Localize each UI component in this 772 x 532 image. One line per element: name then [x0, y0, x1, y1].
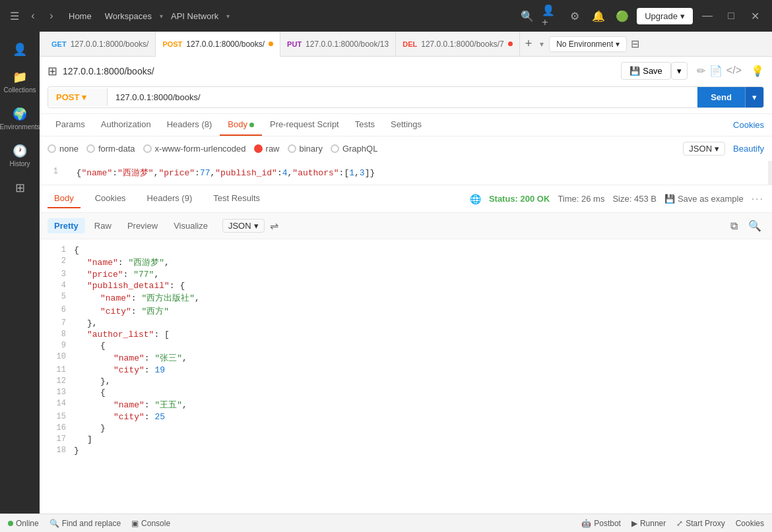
history-icon: 🕐 [13, 144, 27, 158]
method-select[interactable]: POST ▾ [48, 88, 108, 106]
copy-icon[interactable]: ⧉ [728, 218, 740, 235]
tab-dropdown[interactable]: ▾ [540, 40, 544, 49]
tab-post-books[interactable]: POST 127.0.0.1:8000/books/ [156, 32, 280, 57]
workspaces-nav[interactable]: Workspaces [100, 9, 157, 24]
send-dropdown-button[interactable]: ▾ [745, 87, 763, 107]
line-content-1: {"name":"西游梦","price":77,"publish_id":4,… [66, 167, 772, 179]
sidebar-item-environments[interactable]: 🌍 Environments [3, 102, 37, 136]
back-icon[interactable]: ‹ [26, 9, 40, 22]
req-tab-headers[interactable]: Headers (8) [159, 114, 220, 136]
req-tab-tests[interactable]: Tests [347, 114, 383, 136]
sidebar-item-profile[interactable]: 👤 [3, 37, 37, 62]
send-button[interactable]: Send [697, 87, 745, 107]
option-graphql[interactable]: GraphQL [331, 144, 377, 154]
layout-icon[interactable]: ⊟ [631, 38, 639, 50]
find-replace-button[interactable]: 🔍 Find and replace [49, 519, 121, 528]
add-tab-button[interactable]: + [520, 37, 538, 51]
minimize-icon[interactable]: — [698, 7, 717, 25]
save-example-button[interactable]: 💾 Save as example [664, 194, 744, 204]
api-network-nav[interactable]: API Network [166, 9, 224, 24]
format-tab-raw[interactable]: Raw [88, 218, 118, 233]
option-none-label: none [59, 144, 79, 154]
option-raw-label: raw [266, 144, 280, 154]
json-selector[interactable]: JSON ▾ [683, 142, 725, 156]
forward-icon[interactable]: › [45, 9, 58, 22]
doc-icon[interactable]: 📄 [709, 65, 723, 77]
req-tab-authorization[interactable]: Authorization [93, 114, 159, 136]
resp-line-5: 5 "name": "西方出版社", [48, 291, 764, 305]
resp-tab-body[interactable]: Body [48, 189, 80, 208]
save-dropdown-button[interactable]: ▾ [671, 62, 688, 80]
code-icon[interactable]: </> [726, 65, 742, 77]
format-tab-preview[interactable]: Preview [121, 218, 164, 233]
format-tab-visualize[interactable]: Visualize [167, 218, 214, 233]
resp-line-16: 16 } [48, 423, 764, 434]
history-label: History [9, 160, 30, 167]
cookies-bottom-button[interactable]: Cookies [736, 519, 764, 528]
lightbulb-icon[interactable]: 💡 [751, 65, 764, 77]
resp-line-18: 18 } [48, 445, 764, 456]
req-tab-settings[interactable]: Settings [383, 114, 430, 136]
req-tab-params[interactable]: Params [48, 114, 93, 136]
option-urlencoded[interactable]: x-www-form-urlencoded [143, 144, 246, 154]
request-body-editor[interactable]: 1 {"name":"西游梦","price":77,"publish_id":… [40, 161, 772, 185]
search-response-icon[interactable]: 🔍 [746, 217, 764, 235]
tab-get-books[interactable]: GET 127.0.0.1:8000/books/ [45, 32, 156, 57]
edit-icon[interactable]: ✏ [697, 65, 705, 77]
settings-icon[interactable]: ⚙ [565, 7, 584, 25]
sidebar-item-collections[interactable]: 📁 Collections [3, 65, 37, 99]
postbot-button[interactable]: 🤖 Postbot [581, 519, 621, 528]
tab-method-post: POST [162, 40, 182, 48]
body-right-actions: JSON ▾ Beautify [683, 142, 764, 156]
resp-tab-cookies[interactable]: Cookies [88, 189, 133, 208]
wrap-icon[interactable]: ⇌ [267, 217, 281, 235]
resp-tab-headers[interactable]: Headers (9) [141, 189, 199, 208]
console-button[interactable]: ▣ Console [131, 519, 170, 528]
runner-button[interactable]: ▶ Runner [631, 519, 666, 528]
menu-icon[interactable]: ☰ [8, 9, 21, 22]
radio-urlencoded [143, 144, 152, 153]
option-none[interactable]: none [48, 144, 79, 154]
runner-label: Runner [640, 519, 666, 528]
beautify-button[interactable]: Beautify [733, 144, 764, 154]
body-options: none form-data x-www-form-urlencoded raw… [40, 136, 772, 161]
tab-put-book[interactable]: PUT 127.0.0.1:8000/book/13 [280, 32, 396, 57]
option-binary[interactable]: binary [288, 144, 323, 154]
editor-scrollbar[interactable] [768, 161, 772, 185]
req-tab-body[interactable]: Body [220, 114, 262, 136]
upgrade-button[interactable]: Upgrade ▾ [637, 8, 693, 24]
home-nav[interactable]: Home [63, 9, 97, 24]
option-raw[interactable]: raw [254, 144, 280, 154]
env-selector[interactable]: No Environment ▾ [549, 36, 627, 52]
url-input[interactable] [108, 87, 697, 107]
option-form-data[interactable]: form-data [86, 144, 135, 154]
grid-icon: ⊞ [15, 181, 25, 195]
topbar-right: 🔍 👤+ ⚙ 🔔 🟢 Upgrade ▾ — □ ✕ [518, 7, 764, 25]
search-icon[interactable]: 🔍 [518, 7, 536, 25]
more-options-button[interactable]: ··· [752, 193, 764, 205]
body-dot [249, 123, 254, 127]
cookies-link[interactable]: Cookies [733, 120, 764, 130]
online-status[interactable]: Online [8, 519, 39, 528]
sidebar-item-more[interactable]: ⊞ [3, 175, 37, 200]
environments-icon: 🌍 [13, 107, 27, 121]
req-tab-pre-request[interactable]: Pre-request Script [262, 114, 347, 136]
topbar-nav: Home Workspaces ▾ API Network ▾ [63, 9, 230, 24]
tab-del-books[interactable]: DEL 127.0.0.1:8000/books/7 [396, 32, 519, 57]
save-button[interactable]: 💾 Save [621, 62, 671, 80]
add-user-icon[interactable]: 👤+ [542, 7, 560, 25]
postbot-icon: 🤖 [581, 519, 591, 528]
bell-icon[interactable]: 🔔 [589, 7, 608, 25]
format-tab-pretty[interactable]: Pretty [48, 218, 85, 233]
close-icon[interactable]: ✕ [746, 7, 764, 25]
profile-icon[interactable]: 🟢 [613, 7, 631, 25]
json-format-selector[interactable]: JSON ▾ [222, 219, 265, 233]
sidebar-item-history[interactable]: 🕐 History [3, 138, 37, 173]
resp-line-14: 14 "name": "王五", [48, 398, 764, 411]
code-line-1: 1 {"name":"西游梦","price":77,"publish_id":… [40, 166, 772, 179]
maximize-icon[interactable]: □ [722, 7, 740, 25]
start-proxy-button[interactable]: ⤢ Start Proxy [676, 519, 724, 528]
resp-tab-test-results[interactable]: Test Results [207, 189, 267, 208]
response-size: Size: 453 B [612, 194, 657, 204]
console-icon: ▣ [131, 519, 139, 528]
